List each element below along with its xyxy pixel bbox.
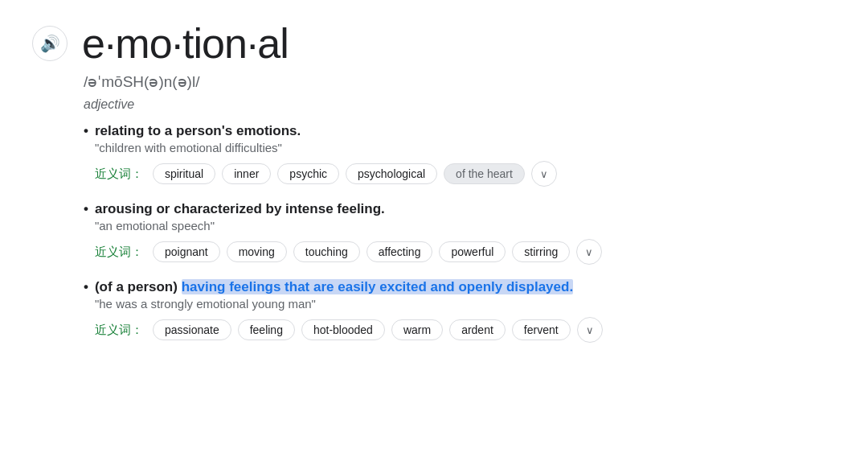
sound-icon: 🔊 (40, 34, 60, 53)
bullet-1: • (84, 123, 88, 139)
synonyms-label-2: 近义词： (95, 245, 143, 260)
synonym-passionate[interactable]: passionate (153, 319, 231, 340)
example-2: "an emotional speech" (95, 219, 602, 233)
synonyms-label-1: 近义词： (95, 167, 143, 182)
synonym-warm[interactable]: warm (391, 319, 443, 340)
expand-btn-3[interactable]: ∨ (577, 317, 603, 343)
synonym-feeling[interactable]: feeling (238, 319, 295, 340)
synonym-psychological[interactable]: psychological (346, 163, 437, 184)
bullet-3: • (84, 279, 88, 295)
def3-highlighted: having feelings that are easily excited … (182, 279, 574, 294)
part-of-speech: adjective (84, 97, 836, 112)
synonym-spiritual[interactable]: spiritual (153, 163, 215, 184)
example-3: "he was a strongly emotional young man" (95, 297, 603, 311)
word-title: e·mo·tion·al (82, 19, 289, 68)
synonym-poignant[interactable]: poignant (153, 241, 220, 262)
sound-button[interactable]: 🔊 (32, 26, 68, 61)
synonym-inner[interactable]: inner (222, 163, 271, 184)
definition-block-2: • arousing or characterized by intense f… (84, 201, 836, 265)
synonym-hot-blooded[interactable]: hot-blooded (301, 319, 385, 340)
definition-block-1: • relating to a person's emotions. "chil… (84, 123, 836, 187)
expand-btn-2[interactable]: ∨ (576, 239, 602, 265)
synonym-powerful[interactable]: powerful (439, 241, 506, 262)
definition-text-3: (of a person) having feelings that are e… (95, 279, 603, 295)
definition-text-1: relating to a person's emotions. (95, 123, 557, 139)
synonym-affecting[interactable]: affecting (366, 241, 433, 262)
synonym-touching[interactable]: touching (293, 241, 360, 262)
synonym-stirring[interactable]: stirring (512, 241, 570, 262)
synonyms-label-3: 近义词： (95, 323, 143, 338)
def3-prefix: (of a person) (95, 279, 182, 294)
synonym-moving[interactable]: moving (227, 241, 287, 262)
synonym-of-the-heart[interactable]: of the heart (444, 163, 525, 184)
synonyms-row-1: 近义词： spiritual inner psychic psychologic… (95, 161, 557, 187)
example-1: "children with emotional difficulties" (95, 141, 557, 154)
synonyms-row-2: 近义词： poignant moving touching affecting … (95, 239, 602, 265)
bullet-2: • (84, 201, 88, 217)
synonym-psychic[interactable]: psychic (277, 163, 339, 184)
synonyms-row-3: 近义词： passionate feeling hot-blooded warm… (95, 317, 603, 343)
expand-btn-1[interactable]: ∨ (531, 161, 557, 187)
synonym-ardent[interactable]: ardent (449, 319, 506, 340)
definition-text-2: arousing or characterized by intense fee… (95, 201, 602, 217)
definition-block-3: • (of a person) having feelings that are… (84, 279, 836, 343)
phonetic: /əˈmōSH(ə)n(ə)l/ (84, 72, 836, 91)
synonym-fervent[interactable]: fervent (512, 319, 571, 340)
